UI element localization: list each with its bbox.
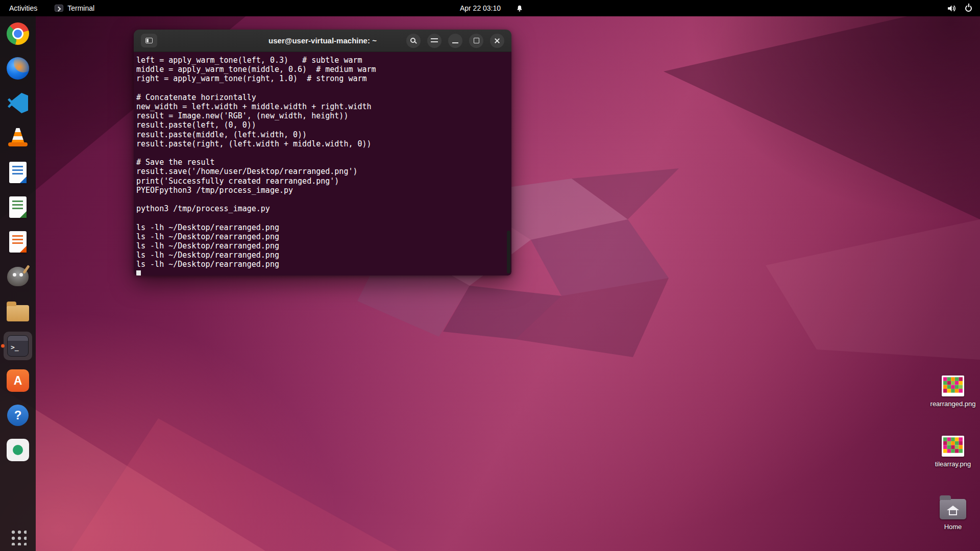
ubuntu-software-icon [7, 369, 29, 392]
calc-icon [9, 196, 27, 218]
terminal-icon [55, 5, 63, 12]
dock-item-software-properties[interactable] [4, 436, 32, 464]
dock-item-vlc[interactable] [4, 123, 32, 152]
terminal-scrollbar [507, 52, 510, 276]
dock-item-help[interactable] [4, 401, 32, 430]
show-applications-button[interactable] [4, 522, 32, 551]
desktop-icon-tilearray[interactable]: tilearray.png [924, 436, 980, 468]
dock-item-libreoffice-calc[interactable] [4, 193, 32, 221]
maximize-button[interactable] [469, 34, 483, 48]
tile-grid-image [943, 437, 963, 453]
clock-button[interactable]: Apr 22 03:10 [457, 0, 504, 16]
writer-icon [9, 162, 27, 183]
scrollbar-thumb[interactable] [507, 231, 510, 273]
dock-item-terminal[interactable] [4, 332, 32, 360]
volume-icon [947, 5, 956, 12]
desktop-icon-label: Home [944, 523, 962, 531]
rearranged-thumbnail [942, 375, 964, 396]
app-menu-label: Terminal [67, 4, 94, 12]
terminal-output: left = apply_warm_tone(left, 0.3) # subt… [136, 56, 506, 276]
dock-item-libreoffice-writer[interactable] [4, 158, 32, 187]
house-icon [947, 506, 959, 515]
tilearray-thumbnail [942, 436, 964, 457]
bell-icon [516, 5, 523, 12]
firefox-icon [7, 57, 29, 80]
minimize-button[interactable] [448, 34, 462, 48]
dock-item-gimp[interactable] [4, 262, 32, 291]
dock-item-ubuntu-software[interactable] [4, 366, 32, 395]
desktop-icon-rearranged[interactable]: rearranged.png [924, 375, 980, 408]
terminal-output-text: left = apply_warm_tone(left, 0.3) # subt… [136, 56, 376, 269]
dock [0, 16, 36, 551]
power-icon [965, 5, 972, 12]
dock-item-vscode[interactable] [4, 89, 32, 117]
terminal-cursor [136, 270, 141, 276]
new-tab-button[interactable] [141, 34, 157, 47]
dock-item-libreoffice-impress[interactable] [4, 228, 32, 256]
menu-button[interactable] [427, 34, 442, 48]
desktop-icon-label: tilearray.png [935, 460, 971, 468]
chrome-icon [7, 22, 29, 45]
tile-grid-image [943, 377, 963, 393]
terminal-body[interactable]: left = apply_warm_tone(left, 0.3) # subt… [134, 52, 511, 276]
clock-area: Apr 22 03:10 [457, 0, 523, 16]
dock-item-chrome[interactable] [4, 19, 32, 48]
window-controls [406, 34, 504, 48]
hamburger-menu-icon [431, 38, 438, 43]
clock-label: Apr 22 03:10 [460, 4, 501, 12]
vscode-icon [8, 93, 28, 113]
dock-item-firefox[interactable] [4, 54, 32, 83]
top-bar: Activities Terminal Apr 22 03:10 [0, 0, 980, 16]
new-tab-icon [145, 38, 153, 43]
software-properties-icon [7, 439, 29, 461]
search-icon [410, 38, 415, 43]
terminal-window: user@user-virtual-machine: ~ left = appl… [134, 30, 511, 276]
help-icon [7, 405, 29, 426]
home-folder-icon [940, 499, 966, 519]
top-bar-left: Activities Terminal [0, 0, 103, 16]
search-button[interactable] [406, 34, 421, 48]
gimp-icon [7, 267, 29, 286]
maximize-icon [474, 38, 479, 43]
dock-item-files[interactable] [4, 297, 32, 325]
app-menu-button[interactable]: Terminal [46, 0, 103, 16]
minimize-icon [452, 42, 458, 43]
close-icon [494, 38, 500, 44]
terminal-titlebar[interactable]: user@user-virtual-machine: ~ [134, 30, 511, 52]
system-status-area[interactable] [947, 0, 980, 16]
terminal-app-icon [7, 335, 29, 357]
activities-label: Activities [9, 4, 37, 12]
activities-button[interactable]: Activities [0, 0, 46, 16]
close-button[interactable] [490, 34, 504, 48]
files-icon [7, 305, 29, 321]
impress-icon [9, 231, 27, 253]
desktop-icon-home[interactable]: Home [924, 499, 980, 531]
window-title: user@user-virtual-machine: ~ [268, 36, 377, 45]
vlc-icon [8, 128, 28, 148]
app-grid-icon [9, 528, 27, 545]
desktop-icon-label: rearranged.png [930, 400, 976, 408]
